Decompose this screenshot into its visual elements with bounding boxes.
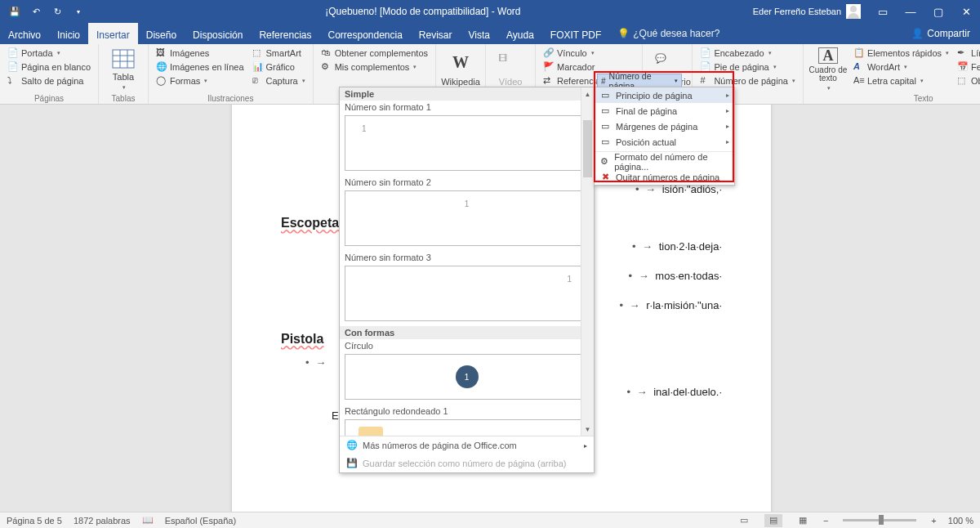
maximize-icon[interactable]: ▢ (924, 0, 952, 23)
status-lang[interactable]: Español (España) (165, 516, 236, 526)
proofing-icon[interactable]: 📖 (142, 515, 154, 526)
tab-disposicion[interactable]: Disposición (185, 23, 251, 44)
chevron-right-icon: ▸ (726, 123, 729, 130)
gallery-header-conformas: Con formas (340, 326, 594, 339)
user-name: Eder Ferreño Esteban (753, 7, 841, 16)
tab-archivo[interactable]: Archivo (0, 23, 49, 44)
group-label-texto: Texto (808, 93, 980, 104)
quick-parts-icon: 📋 (853, 47, 865, 59)
linea-firma-button[interactable]: ✒Línea de firma (955, 46, 980, 60)
chart-icon: 📊 (252, 61, 264, 73)
header-icon: 📄 (700, 47, 711, 59)
objeto-button[interactable]: ⬚Objeto (955, 74, 980, 87)
zoom-slider[interactable] (843, 519, 916, 521)
shapes-icon: ◯ (156, 75, 167, 87)
image-icon: 🖼 (156, 47, 167, 59)
redo-icon[interactable]: ↻ (47, 2, 67, 21)
wikipedia-icon: W (448, 53, 473, 74)
submenu-final[interactable]: ▭ Final de página ▸ (595, 103, 734, 119)
ribbon-options-icon[interactable]: ▭ (869, 0, 897, 23)
gallery-item-nsf3[interactable]: 1 (345, 266, 589, 321)
gallery-label-rect: Rectángulo redondeado 1 (340, 405, 594, 418)
imagenes-en-linea-button[interactable]: 🌐Imágenes en línea (154, 60, 247, 74)
scroll-down-icon[interactable]: ▼ (581, 423, 594, 436)
tab-vista[interactable]: Vista (461, 23, 498, 44)
formas-button[interactable]: ◯Formas (154, 74, 247, 87)
status-words[interactable]: 1872 palabras (74, 516, 131, 526)
zoom-value[interactable]: 100 % (948, 516, 973, 526)
gallery-item-circulo[interactable]: 1 (345, 354, 589, 400)
gallery-more-office[interactable]: 🌐 Más números de página de Office.com ▸ (340, 436, 594, 454)
gallery-item-nsf2[interactable]: 1 (345, 190, 589, 246)
elementos-rapidos-button[interactable]: 📋Elementos rápidos (851, 46, 951, 60)
undo-icon[interactable]: ↶ (26, 2, 46, 21)
group-tablas: Tabla Tablas (99, 44, 149, 104)
group-ilustraciones: 🖼Imágenes 🌐Imágenes en línea ◯Formas ⬚Sm… (149, 44, 314, 104)
submenu-margenes[interactable]: ▭ Márgenes de página ▸ (595, 119, 734, 134)
submenu-formato[interactable]: ⚙ Formato del número de página... (595, 154, 734, 169)
status-bar: Página 5 de 5 1872 palabras 📖 Español (E… (0, 512, 980, 528)
minimize-icon[interactable]: — (897, 0, 924, 23)
tabla-button[interactable]: Tabla (104, 46, 143, 93)
save-icon[interactable]: 💾 (5, 2, 24, 21)
gallery-item-rect[interactable] (345, 419, 589, 436)
submenu-posicion[interactable]: ▭ Posición actual ▸ (595, 134, 734, 150)
save-selection-icon: 💾 (346, 458, 358, 469)
fecha-hora-button[interactable]: 📅Fecha y hora (955, 60, 980, 74)
portada-button[interactable]: 📄Portada (5, 46, 93, 60)
gallery-scrollbar[interactable]: ▲ ▼ (581, 87, 594, 436)
submenu-principio[interactable]: ▭ Principio de página ▸ (595, 87, 734, 103)
cuadro-texto-button[interactable]: A Cuadro detexto (808, 46, 848, 93)
smartart-button[interactable]: ⬚SmartArt (250, 46, 308, 60)
footer-icon: 📄 (700, 61, 711, 73)
share-button[interactable]: 👤 Compartir (902, 23, 980, 44)
zoom-in-icon[interactable]: + (931, 516, 936, 526)
scroll-thumb[interactable] (583, 120, 592, 177)
status-page[interactable]: Página 5 de 5 (7, 516, 62, 526)
tab-ayuda[interactable]: Ayuda (498, 23, 542, 44)
tab-correspondencia[interactable]: Correspondencia (319, 23, 410, 44)
view-read-icon[interactable]: ▭ (735, 514, 753, 527)
qat-dropdown-icon[interactable]: ▾ (69, 2, 88, 21)
obtener-complementos-button[interactable]: 🛍Obtener complementos (318, 46, 430, 60)
close-icon[interactable]: ✕ (952, 0, 980, 23)
salto-de-pagina-button[interactable]: ⤵Salto de página (5, 74, 93, 87)
grafico-button[interactable]: 📊Gráfico (250, 60, 308, 74)
gallery-label-nsf1: Número sin formato 1 (340, 101, 594, 114)
encabezado-button[interactable]: 📄Encabezado (697, 46, 798, 60)
group-label-paginas: Páginas (5, 93, 93, 104)
zoom-out-icon[interactable]: − (823, 516, 828, 526)
tab-revisar[interactable]: Revisar (411, 23, 461, 44)
textbox-icon: A (818, 47, 838, 64)
imagenes-button[interactable]: 🖼Imágenes (154, 46, 247, 60)
pie-de-pagina-button[interactable]: 📄Pie de página (697, 60, 798, 74)
svg-rect-0 (113, 50, 134, 68)
letra-capital-button[interactable]: A≡Letra capital (851, 74, 951, 87)
submenu-quitar[interactable]: ✖ Quitar números de página (595, 169, 734, 185)
tell-me[interactable]: 💡 ¿Qué desea hacer? (609, 23, 719, 44)
tab-foxit[interactable]: FOXIT PDF (542, 23, 609, 44)
tell-me-label: ¿Qué desea hacer? (633, 28, 719, 39)
vinculo-button[interactable]: 🔗Vínculo (541, 46, 637, 60)
bookmark-icon: 🚩 (543, 61, 555, 73)
wordart-button[interactable]: AWordArt (851, 60, 951, 74)
datetime-icon: 📅 (957, 61, 969, 73)
table-icon (111, 48, 136, 69)
user-area[interactable]: Eder Ferreño Esteban (753, 4, 866, 19)
view-print-icon[interactable]: ▤ (764, 514, 782, 527)
view-web-icon[interactable]: ▦ (794, 514, 812, 527)
screenshot-icon: ⎚ (252, 75, 264, 87)
tab-inicio[interactable]: Inicio (49, 23, 88, 44)
gallery-item-nsf1[interactable]: 1 (345, 115, 589, 171)
tab-diseno[interactable]: Diseño (138, 23, 185, 44)
tab-insertar[interactable]: Insertar (88, 23, 138, 44)
numero-de-pagina-button[interactable]: #Número de página (697, 74, 798, 87)
captura-button[interactable]: ⎚Captura (250, 74, 308, 87)
chevron-right-icon: ▸ (584, 442, 587, 450)
title-bar: 💾 ↶ ↻ ▾ ¡Quebueno! [Modo de compatibilid… (0, 0, 980, 23)
mis-complementos-button[interactable]: ⚙Mis complementos (318, 60, 430, 74)
scroll-up-icon[interactable]: ▲ (581, 87, 594, 101)
tab-referencias[interactable]: Referencias (251, 23, 319, 44)
pagina-en-blanco-button[interactable]: 📄Página en blanco (5, 60, 93, 74)
current-position-icon: ▭ (599, 136, 611, 148)
